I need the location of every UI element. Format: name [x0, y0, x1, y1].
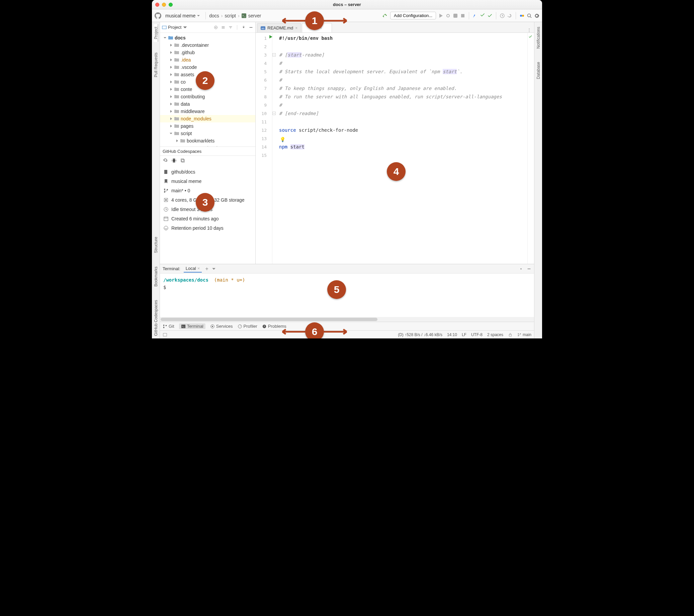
rail-codespaces[interactable]: GitHub Codespaces: [153, 297, 158, 338]
tree-item[interactable]: script: [160, 130, 255, 137]
codespace-dropdown[interactable]: musical meme: [163, 12, 202, 19]
rail-project[interactable]: Project: [153, 24, 158, 42]
rail-notifications[interactable]: Notifications: [536, 24, 541, 51]
chevron-down-icon: [197, 14, 200, 17]
code-editor[interactable]: #!/usr/bin/env bash # [start-readme]## S…: [277, 33, 527, 264]
tree-item[interactable]: .idea: [160, 56, 255, 63]
rail-database[interactable]: Database: [536, 59, 541, 81]
svg-point-3: [520, 15, 522, 17]
tree-item[interactable]: .devcontainer: [160, 41, 255, 49]
tool-window-icon[interactable]: [163, 332, 167, 337]
globe-icon[interactable]: [171, 158, 177, 163]
bottom-tab-git[interactable]: Git: [163, 324, 174, 329]
tree-item[interactable]: .vscode: [160, 63, 255, 71]
svg-point-8: [216, 27, 217, 28]
svg-point-21: [164, 226, 168, 230]
bottom-tab-profiler[interactable]: Profiler: [238, 324, 257, 329]
chevron-down-icon: [183, 25, 187, 30]
svg-point-27: [166, 325, 167, 326]
bottom-tab-services[interactable]: Services: [210, 324, 233, 329]
refresh-icon[interactable]: [163, 158, 168, 163]
status-encoding[interactable]: UTF-8: [471, 332, 482, 337]
status-line-ending[interactable]: LF: [462, 332, 467, 337]
tree-item[interactable]: content migrations: [160, 145, 255, 147]
editor-gutter[interactable]: 123456789101112131415: [256, 33, 272, 264]
fold-gutter[interactable]: −−: [272, 33, 277, 264]
zoom-window-button[interactable]: [169, 3, 173, 7]
build-icon[interactable]: [382, 13, 388, 19]
codespaces-details-list: github/docsmusical mememain* • 04 cores,…: [160, 165, 255, 264]
terminal-body[interactable]: /workspaces/docs (main * u=) $: [160, 274, 534, 317]
locate-icon[interactable]: [214, 25, 218, 30]
tabs-more-icon[interactable]: ⋮: [527, 27, 531, 33]
minimize-window-button[interactable]: [162, 3, 166, 7]
close-terminal-tab-icon[interactable]: ×: [197, 266, 200, 271]
terminal-pane: Terminal: Local × + /workspaces/docs (ma…: [160, 264, 534, 322]
tree-item[interactable]: bookmarklets: [160, 137, 255, 145]
tree-item[interactable]: data: [160, 100, 255, 108]
tab-readme[interactable]: MD README.md ×: [257, 23, 301, 33]
minimize-panel-icon[interactable]: [527, 266, 531, 271]
tree-item[interactable]: pages: [160, 123, 255, 130]
run-icon[interactable]: [438, 13, 443, 18]
annotation-callout-6: 6: [305, 322, 324, 338]
svg-rect-32: [163, 333, 167, 336]
bottom-tab-terminal[interactable]: Terminal: [179, 323, 205, 329]
project-tree[interactable]: docs.devcontainer.github.idea.vscodeasse…: [160, 33, 255, 147]
settings-icon[interactable]: [534, 13, 540, 18]
terminal-dropdown-icon[interactable]: [212, 267, 216, 271]
terminal-tab-local[interactable]: Local ×: [184, 265, 202, 273]
codespaces-toolbar: [160, 156, 255, 165]
tree-item[interactable]: node_modules: [160, 115, 255, 123]
status-indent[interactable]: 2 spaces: [487, 332, 503, 337]
readonly-icon[interactable]: [508, 332, 513, 337]
tree-item[interactable]: docs: [160, 34, 255, 41]
expand-all-icon[interactable]: [221, 25, 225, 30]
history-icon[interactable]: [499, 13, 505, 18]
right-tool-rail: Notifications Database: [534, 22, 542, 338]
status-caret-position[interactable]: 14:10: [447, 332, 457, 337]
close-window-button[interactable]: [155, 3, 159, 7]
project-panel-header: Project: [160, 22, 255, 33]
search-icon[interactable]: [527, 13, 532, 18]
svg-point-4: [522, 15, 524, 17]
minimize-panel-icon[interactable]: [249, 25, 253, 30]
commit-icon[interactable]: [473, 13, 478, 18]
gear-icon[interactable]: [519, 266, 523, 271]
update-icon[interactable]: [487, 13, 493, 18]
debug-icon[interactable]: [445, 13, 451, 18]
gear-icon[interactable]: [241, 25, 246, 30]
stop-icon[interactable]: [460, 13, 465, 18]
push-icon[interactable]: [480, 13, 485, 18]
rail-structure[interactable]: Structure: [153, 234, 158, 256]
copy-icon[interactable]: [180, 158, 185, 163]
tree-item[interactable]: .github: [160, 49, 255, 56]
bottom-tab-problems[interactable]: Problems: [262, 324, 287, 329]
svg-point-26: [163, 327, 165, 328]
window-titlebar: docs – server: [152, 0, 542, 10]
breadcrumb[interactable]: docs› script› >_ server: [209, 13, 261, 18]
window-title: docs – server: [333, 2, 361, 7]
rail-bookmarks[interactable]: Bookmarks: [153, 264, 158, 289]
project-panel-title[interactable]: Project: [162, 25, 187, 30]
new-terminal-icon[interactable]: +: [205, 266, 208, 272]
annotation-callout-1: 1: [305, 12, 324, 30]
svg-rect-18: [165, 199, 167, 201]
svg-point-5: [528, 14, 531, 17]
collapse-all-icon[interactable]: [228, 25, 233, 30]
rollback-icon[interactable]: [507, 13, 512, 18]
svg-point-16: [167, 189, 168, 190]
coverage-icon[interactable]: [453, 13, 458, 18]
tree-item[interactable]: contributing: [160, 93, 255, 100]
terminal-label: Terminal:: [163, 266, 180, 271]
rail-pull-requests[interactable]: Pull Requests: [153, 50, 158, 80]
codespace-detail-item: Retention period 10 days: [160, 223, 255, 233]
status-network[interactable]: (D) ↑528 B/s / ↓6.46 kB/s: [398, 332, 442, 337]
close-tab-icon[interactable]: ×: [295, 26, 297, 31]
inspection-ok-icon[interactable]: [528, 35, 533, 39]
tree-item[interactable]: middleware: [160, 108, 255, 115]
code-with-me-icon[interactable]: [519, 13, 525, 18]
add-configuration-button[interactable]: Add Configuration...: [390, 12, 436, 19]
status-git-branch[interactable]: main: [517, 332, 531, 337]
terminal-scrollbar[interactable]: [160, 317, 534, 322]
